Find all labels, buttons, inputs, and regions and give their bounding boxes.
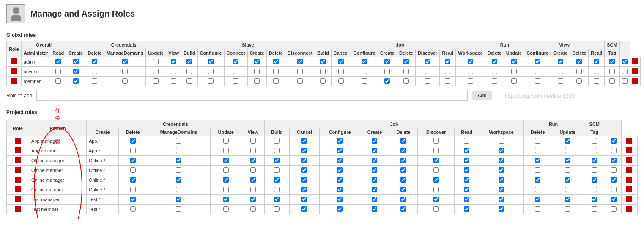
permission-checkbox[interactable] — [233, 59, 238, 64]
permission-checkbox[interactable] — [250, 158, 256, 163]
permission-checkbox[interactable] — [250, 197, 256, 202]
permission-checkbox[interactable] — [433, 177, 439, 183]
delete-icon[interactable] — [626, 186, 632, 192]
permission-checkbox[interactable] — [445, 59, 450, 64]
permission-checkbox[interactable] — [372, 197, 377, 202]
permission-checkbox[interactable] — [622, 78, 628, 84]
permission-checkbox[interactable] — [362, 69, 367, 74]
permission-checkbox[interactable] — [535, 167, 540, 173]
permission-checkbox[interactable] — [511, 78, 517, 84]
permission-checkbox[interactable] — [301, 167, 307, 173]
permission-checkbox[interactable] — [254, 78, 260, 84]
permission-checkbox[interactable] — [511, 69, 517, 74]
permission-checkbox[interactable] — [592, 187, 597, 192]
permission-checkbox[interactable] — [186, 69, 192, 74]
permission-checkbox[interactable] — [400, 158, 406, 163]
delete-icon[interactable] — [632, 78, 638, 84]
permission-checkbox[interactable] — [338, 69, 344, 74]
permission-checkbox[interactable] — [445, 78, 450, 84]
permission-checkbox[interactable] — [273, 69, 279, 74]
permission-checkbox[interactable] — [492, 78, 497, 84]
permission-checkbox[interactable] — [609, 59, 615, 64]
permission-checkbox[interactable] — [372, 167, 377, 173]
permission-checkbox[interactable] — [92, 78, 97, 84]
permission-checkbox[interactable] — [301, 187, 307, 192]
delete-icon[interactable] — [632, 68, 638, 74]
permission-checkbox[interactable] — [297, 78, 303, 84]
permission-checkbox[interactable] — [208, 59, 214, 64]
permission-checkbox[interactable] — [274, 167, 280, 173]
delete-icon[interactable] — [11, 68, 17, 74]
permission-checkbox[interactable] — [433, 206, 439, 212]
permission-checkbox[interactable] — [499, 206, 504, 212]
permission-checkbox[interactable] — [535, 138, 540, 144]
permission-checkbox[interactable] — [592, 167, 597, 173]
permission-checkbox[interactable] — [611, 138, 617, 144]
permission-checkbox[interactable] — [403, 78, 409, 84]
permission-checkbox[interactable] — [274, 197, 280, 202]
permission-checkbox[interactable] — [250, 138, 256, 144]
permission-checkbox[interactable] — [337, 148, 343, 153]
permission-checkbox[interactable] — [592, 148, 597, 153]
permission-checkbox[interactable] — [223, 187, 229, 192]
permission-checkbox[interactable] — [372, 148, 377, 153]
permission-checkbox[interactable] — [609, 78, 615, 84]
permission-checkbox[interactable] — [464, 138, 469, 144]
permission-checkbox[interactable] — [171, 78, 176, 84]
permission-checkbox[interactable] — [130, 167, 136, 173]
permission-checkbox[interactable] — [223, 148, 229, 153]
permission-checkbox[interactable] — [592, 197, 597, 202]
permission-checkbox[interactable] — [362, 59, 367, 64]
permission-checkbox[interactable] — [611, 158, 617, 163]
permission-checkbox[interactable] — [250, 206, 256, 212]
permission-checkbox[interactable] — [297, 59, 303, 64]
permission-checkbox[interactable] — [565, 187, 570, 192]
permission-checkbox[interactable] — [250, 148, 256, 153]
permission-checkbox[interactable] — [320, 59, 326, 64]
permission-checkbox[interactable] — [576, 59, 582, 64]
permission-checkbox[interactable] — [565, 206, 570, 212]
permission-checkbox[interactable] — [171, 69, 176, 74]
role-to-add-input[interactable] — [36, 91, 468, 101]
permission-checkbox[interactable] — [565, 177, 570, 183]
permission-checkbox[interactable] — [301, 148, 307, 153]
permission-checkbox[interactable] — [208, 78, 214, 84]
permission-checkbox[interactable] — [499, 138, 504, 144]
permission-checkbox[interactable] — [535, 78, 540, 84]
permission-checkbox[interactable] — [122, 69, 128, 74]
permission-checkbox[interactable] — [92, 69, 97, 74]
delete-icon[interactable] — [15, 186, 21, 192]
permission-checkbox[interactable] — [301, 206, 307, 212]
permission-checkbox[interactable] — [464, 148, 469, 153]
permission-checkbox[interactable] — [73, 59, 79, 64]
permission-checkbox[interactable] — [611, 177, 617, 183]
permission-checkbox[interactable] — [337, 187, 343, 192]
permission-checkbox[interactable] — [468, 69, 473, 74]
permission-checkbox[interactable] — [362, 78, 367, 84]
permission-checkbox[interactable] — [611, 206, 617, 212]
delete-icon[interactable] — [626, 196, 632, 202]
permission-checkbox[interactable] — [254, 69, 260, 74]
permission-checkbox[interactable] — [176, 177, 181, 183]
permission-checkbox[interactable] — [372, 158, 377, 163]
permission-checkbox[interactable] — [372, 138, 377, 144]
delete-icon[interactable] — [632, 58, 638, 64]
permission-checkbox[interactable] — [400, 206, 406, 212]
permission-checkbox[interactable] — [433, 138, 439, 144]
permission-checkbox[interactable] — [372, 206, 377, 212]
permission-checkbox[interactable] — [274, 177, 280, 183]
delete-icon[interactable] — [15, 206, 21, 212]
delete-icon[interactable] — [15, 147, 21, 153]
permission-checkbox[interactable] — [223, 206, 229, 212]
permission-checkbox[interactable] — [223, 177, 229, 183]
permission-checkbox[interactable] — [425, 78, 430, 84]
permission-checkbox[interactable] — [400, 167, 406, 173]
permission-checkbox[interactable] — [153, 69, 159, 74]
permission-checkbox[interactable] — [153, 59, 159, 64]
permission-checkbox[interactable] — [492, 59, 497, 64]
permission-checkbox[interactable] — [499, 177, 504, 183]
delete-icon[interactable] — [15, 177, 21, 183]
permission-checkbox[interactable] — [565, 158, 570, 163]
delete-icon[interactable] — [15, 138, 21, 144]
permission-checkbox[interactable] — [176, 138, 181, 144]
